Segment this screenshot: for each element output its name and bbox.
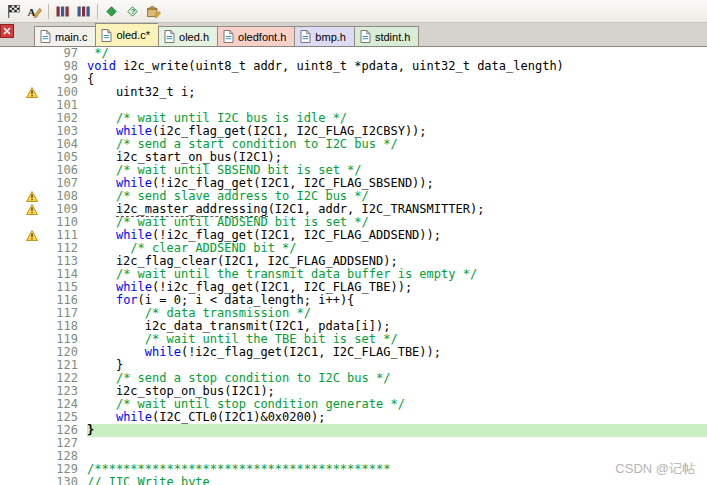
system-components-icon[interactable]: [73, 2, 94, 21]
tab-label: oled.c*: [116, 29, 150, 41]
code-text: uint32_t i;: [87, 86, 707, 99]
gutter-cell: [0, 320, 44, 333]
gutter-cell: [0, 47, 44, 60]
flash-download-icon[interactable]: [52, 2, 73, 21]
manage-rte-icon[interactable]: [143, 2, 164, 21]
file-icon: [40, 30, 51, 43]
gutter-cell: [0, 216, 44, 229]
gutter-cell: [0, 112, 44, 125]
toolbar-separator: [97, 4, 98, 19]
gutter-cell: [0, 242, 44, 255]
gutter-cell: [0, 164, 44, 177]
gutter-cell: [0, 268, 44, 281]
code-editor[interactable]: 97 */98void i2c_write(uint8_t addr, uint…: [0, 47, 707, 485]
tab-main-c[interactable]: main.c: [34, 26, 95, 46]
gutter-cell: [0, 99, 44, 112]
gutter-cell: [0, 203, 44, 216]
tab-oled-c[interactable]: oled.c*: [95, 23, 158, 46]
watermark: CSDN @记帖: [615, 462, 695, 475]
file-icon: [223, 30, 234, 43]
document-tabs: main.coled.c*oled.holedfont.hbmp.hstdint…: [34, 23, 419, 46]
gutter-cell: [0, 255, 44, 268]
gutter-cell: [0, 359, 44, 372]
code-lines: 97 */98void i2c_write(uint8_t addr, uint…: [0, 47, 707, 485]
tab-bmp-h[interactable]: bmp.h: [294, 26, 354, 46]
tab-label: main.c: [55, 31, 87, 43]
gutter-cell: [0, 229, 44, 242]
code-text: while(!i2c_flag_get(I2C1, I2C_FLAG_TBE))…: [87, 346, 707, 359]
gutter-cell: [0, 73, 44, 86]
flag-icon[interactable]: [3, 2, 24, 21]
code-line-125[interactable]: 125 while(I2C_CTL0(I2C1)&0x0200);: [0, 411, 707, 424]
gutter-cell: [0, 424, 44, 437]
code-text: // IIC Write byte: [87, 476, 707, 485]
gutter-cell: [0, 125, 44, 138]
tab-stdint-h[interactable]: stdint.h: [354, 26, 419, 46]
line-number: 130: [44, 476, 87, 485]
gutter-cell: [0, 190, 44, 203]
gutter-cell: [0, 385, 44, 398]
gutter-cell: [0, 177, 44, 190]
file-icon: [101, 29, 112, 42]
code-line-126[interactable]: 126}: [0, 424, 707, 437]
gutter-cell: [0, 307, 44, 320]
pack-help-icon[interactable]: ?: [122, 2, 143, 21]
gutter-cell: [0, 333, 44, 346]
tab-label: stdint.h: [375, 31, 410, 43]
code-text: [87, 437, 707, 450]
tab-bar: main.coled.c*oled.holedfont.hbmp.hstdint…: [0, 23, 707, 47]
file-icon: [360, 30, 371, 43]
warning-icon: [26, 87, 38, 98]
toolbar: A: [0, 0, 707, 23]
tab-label: oledfont.h: [238, 31, 286, 43]
code-line-100[interactable]: 100 uint32_t i;: [0, 86, 707, 99]
gutter-cell: [0, 86, 44, 99]
close-icon: [3, 27, 11, 35]
tab-label: bmp.h: [315, 31, 346, 43]
code-text: void i2c_write(uint8_t addr, uint8_t *pd…: [87, 60, 707, 73]
gutter-cell: [0, 294, 44, 307]
gutter-cell: [0, 138, 44, 151]
close-pane-button[interactable]: [0, 24, 14, 38]
ide-window: A: [0, 0, 707, 485]
code-line-127[interactable]: 127: [0, 437, 707, 450]
code-text: while(I2C_CTL0(I2C1)&0x0200);: [87, 411, 707, 424]
edit-config-icon[interactable]: A: [24, 2, 45, 21]
code-text: }: [87, 424, 707, 437]
code-line-130[interactable]: 130// IIC Write byte: [0, 476, 707, 485]
warning-icon: [26, 204, 38, 215]
gutter-cell: [0, 60, 44, 73]
warning-icon: [26, 230, 38, 241]
tab-oledfont-h[interactable]: oledfont.h: [217, 26, 294, 46]
tab-label: oled.h: [179, 31, 209, 43]
gutter-cell: [0, 476, 44, 485]
tab-oled-h[interactable]: oled.h: [158, 26, 217, 46]
gutter-cell: [0, 463, 44, 476]
gutter-cell: [0, 437, 44, 450]
file-icon: [164, 30, 175, 43]
gutter-cell: [0, 398, 44, 411]
gutter-cell: [0, 281, 44, 294]
gutter-cell: [0, 450, 44, 463]
code-line-98[interactable]: 98void i2c_write(uint8_t addr, uint8_t *…: [0, 60, 707, 73]
gutter-cell: [0, 346, 44, 359]
svg-text:?: ?: [131, 7, 136, 16]
file-icon: [300, 30, 311, 43]
gutter-cell: [0, 372, 44, 385]
warning-icon: [26, 191, 38, 202]
toolbar-separator: [48, 4, 49, 19]
pack-installer-icon[interactable]: [101, 2, 122, 21]
gutter-cell: [0, 151, 44, 164]
gutter-cell: [0, 411, 44, 424]
